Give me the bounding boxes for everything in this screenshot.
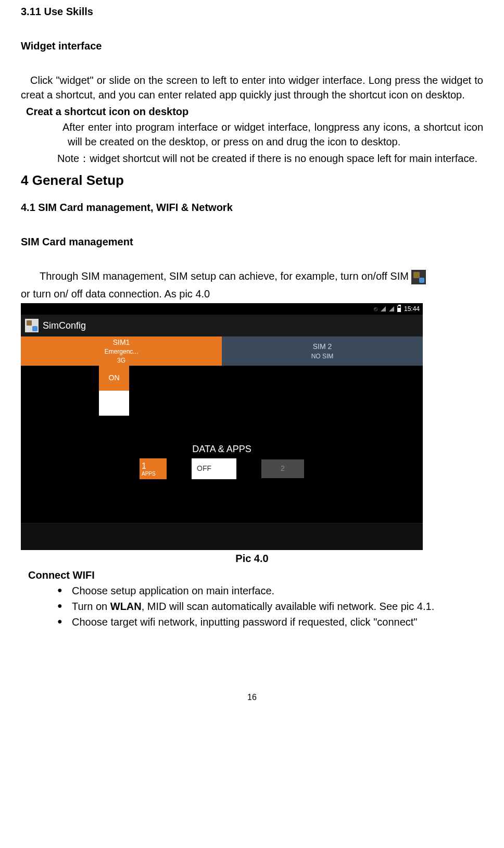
sim1-line3: 3G [117, 356, 125, 365]
sim-paragraph-text-before: Through SIM management, SIM setup can ac… [40, 270, 409, 282]
sim1-name: SIM1 [113, 338, 130, 348]
switch-off-cell [99, 391, 129, 416]
app-icon [25, 319, 39, 332]
bullet2-pre: Turn on [72, 601, 110, 612]
battery-icon [397, 306, 401, 312]
shortcut-note: Note：widget shortcut will not be created… [57, 151, 483, 166]
simconfig-icon: SimConfig [411, 270, 426, 284]
heading-3-11: 3.11 Use Skills [21, 4, 483, 19]
heading-4-1: 4.1 SIM Card management, WIFI & Network [21, 200, 483, 215]
page-number: 16 [21, 692, 483, 703]
bluetooth-icon: ⎋ [374, 305, 377, 314]
app-title: SimConfig [43, 319, 86, 332]
pic-caption: Pic 4.0 [21, 551, 483, 566]
sim1-line2: Emergenc... [105, 347, 138, 356]
center-area: ON DATA & APPS APPS OFF 2 [21, 366, 423, 522]
sim2-line2: NO SIM [311, 352, 334, 361]
heading-sim-management: SIM Card management [21, 234, 483, 249]
list-item: Turn on WLAN, MID will scan automaticall… [57, 599, 483, 614]
signal-icon [381, 306, 386, 311]
sim-paragraph: Through SIM management, SIM setup can ac… [21, 269, 483, 284]
switch-on-cell: ON [99, 366, 129, 391]
sim2-data-box: 2 [261, 459, 304, 478]
status-time: 15:44 [404, 305, 420, 314]
data-off-box[interactable]: OFF [192, 458, 236, 479]
heading-widget-interface: Widget interface [21, 39, 483, 53]
heading-general-setup: 4 General Setup [21, 171, 483, 190]
heading-create-shortcut: Creat a shortcut icon on desktop [26, 104, 483, 119]
shortcut-paragraph-1: After enter into program interface or wi… [68, 120, 483, 149]
list-item: Choose setup application on main interfa… [57, 583, 483, 598]
heading-connect-wifi: Connect WIFI [28, 568, 483, 582]
sim1-tab[interactable]: SIM1 Emergenc... 3G [21, 336, 222, 366]
sim-paragraph-line2: or turn on/ off data connection. As pic … [21, 286, 483, 301]
screenshot-pic-4-0: ⎋ 15:44 SimConfig SIM1 Emergenc... 3G SI… [21, 303, 423, 550]
sim-on-off-switch[interactable]: ON [99, 366, 129, 416]
app-bar: SimConfig [21, 315, 423, 336]
bullet2-post: , MID will scan automatically available … [142, 601, 434, 612]
wifi-bullet-list: Choose setup application on main interfa… [57, 583, 483, 629]
list-item: Choose target wifi network, inputting pa… [57, 615, 483, 629]
sim-tabs: SIM1 Emergenc... 3G SIM 2 NO SIM [21, 336, 423, 366]
bottom-row: APPS OFF 2 [140, 458, 304, 479]
status-bar: ⎋ 15:44 [21, 303, 423, 315]
sim2-tab[interactable]: SIM 2 NO SIM [222, 336, 423, 366]
widget-paragraph: Click "widget" or slide on the screen to… [21, 73, 483, 102]
bullet2-bold: WLAN [110, 601, 142, 612]
apps-button[interactable]: APPS [140, 458, 167, 479]
signal-icon-2 [389, 306, 394, 311]
sim2-name: SIM 2 [313, 342, 332, 352]
data-apps-label: DATA & APPS [192, 443, 251, 456]
android-navbar [21, 523, 423, 550]
